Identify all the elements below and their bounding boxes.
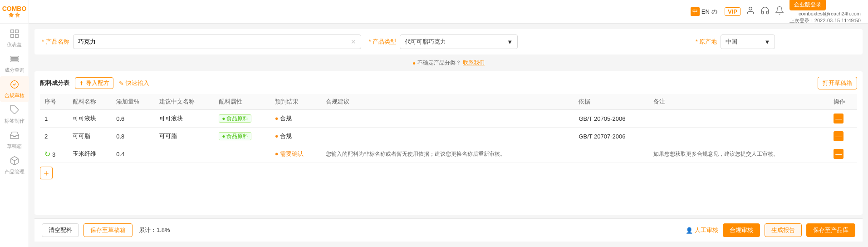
cell-note <box>649 110 829 128</box>
cell-seq: 1 <box>40 110 68 128</box>
product-name-group: 产品名称 ✕ <box>42 35 361 49</box>
col-amount: 添加量% <box>112 94 155 110</box>
col-note: 备注 <box>649 94 829 110</box>
open-draft-btn[interactable]: 打开草稿箱 <box>818 77 857 89</box>
cell-advice: 您输入的配料为非标名称或者暂无使用依据；建议您更换名称后重新审核。 <box>321 145 574 163</box>
enterprise-btn[interactable]: 企业版登录 <box>790 0 826 10</box>
delete-row-btn[interactable]: — <box>834 131 843 141</box>
logo-top: COMBO <box>2 5 27 13</box>
property-badge: ●食品原料 <box>219 114 251 123</box>
sidebar-item-label: 仪表盘 <box>7 41 22 48</box>
logo: COMBO 食 合 <box>0 0 29 24</box>
origin-value: 中国 <box>726 38 737 46</box>
clear-product-name-icon[interactable]: ✕ <box>351 38 356 45</box>
cell-result: ● 需要确认 <box>270 145 321 163</box>
origin-select[interactable]: 中国 ▼ <box>721 35 775 49</box>
cell-suggested: 可可液块 <box>155 110 214 128</box>
sidebar-item-draft[interactable]: 草稿箱 <box>0 127 29 153</box>
headset-icon[interactable] <box>760 6 770 17</box>
manual-review-btn[interactable]: 👤 人工审核 <box>686 226 718 234</box>
dot-icon: ● <box>412 60 416 66</box>
bell-icon[interactable] <box>775 6 784 17</box>
cell-basis: GB/T 20705-2006 <box>574 110 649 128</box>
sidebar-item-dashboard[interactable]: 仪表盘 <box>0 25 29 51</box>
svg-rect-5 <box>10 58 18 59</box>
cell-seq: ↻3 <box>40 145 68 163</box>
generate-report-btn[interactable]: 生成报告 <box>765 223 802 237</box>
cell-note: 如果您想获取更多合规意见，建议您提交人工审核。 <box>649 145 829 163</box>
lang-zh[interactable]: 中 <box>691 7 700 16</box>
grid-icon <box>10 29 20 40</box>
sidebar-item-products[interactable]: 产品管理 <box>0 153 29 178</box>
topbar-right: VIP <box>725 0 861 24</box>
product-name-input[interactable] <box>78 39 351 45</box>
uncertain-text: 不确定产品分类？ <box>417 59 461 67</box>
clear-ingredients-btn[interactable]: 清空配料 <box>42 223 79 237</box>
sidebar-item-label: 合规审核 <box>5 92 25 99</box>
list-icon <box>10 54 20 65</box>
cell-suggested <box>155 145 214 163</box>
sidebar-item-ingredients[interactable]: 成分查询 <box>0 51 29 76</box>
product-type-select[interactable]: 代可可脂巧克力 ▼ <box>400 35 518 49</box>
table-row: ↻3玉米纤维0.4● 需要确认您输入的配料为非标名称或者暂无使用依据；建议您更换… <box>40 145 857 163</box>
footer-bar: 清空配料 保存至草稿箱 累计：1.8% 👤 人工审核 合规审核 生成报告 保存至… <box>34 218 863 242</box>
user-info: 企业版登录 comboxtest@reach24h.com 上次登录：2022-… <box>790 0 861 24</box>
col-suggested: 建议中文名称 <box>155 94 214 110</box>
cell-name: 可可液块 <box>68 110 112 128</box>
logo-bottom: 食 合 <box>2 12 27 18</box>
check-icon <box>10 79 20 90</box>
cell-note <box>649 128 829 145</box>
product-type-value: 代可可脂巧克力 <box>405 38 446 46</box>
cell-amount: 0.4 <box>112 145 155 163</box>
cell-action: — <box>829 128 857 145</box>
delete-row-btn[interactable]: — <box>834 149 843 159</box>
save-product-btn[interactable]: 保存至产品库 <box>806 223 855 237</box>
cell-seq: 2 <box>40 128 68 145</box>
import-formula-btn[interactable]: ⬆ 导入配方 <box>75 77 113 89</box>
cell-name: 可可脂 <box>68 128 112 145</box>
toolbar-left: 配料成分表 ⬆ 导入配方 ✎ 快速输入 <box>40 77 149 89</box>
table-row: 1可可液块0.6可可液块●食品原料●合规GB/T 20705-2006 — <box>40 110 857 128</box>
uncertain-notice: ● 不确定产品分类？ 联系我们 <box>34 58 863 68</box>
vip-badge: VIP <box>725 7 740 16</box>
quick-input-btn[interactable]: ✎ 快速输入 <box>119 79 149 87</box>
save-draft-btn[interactable]: 保存至草稿箱 <box>83 223 132 237</box>
result-compliant: ●合规 <box>275 115 292 122</box>
lang-en[interactable]: EN <box>701 8 710 15</box>
import-icon: ⬆ <box>79 80 84 87</box>
search-bar: 产品名称 ✕ 产品类型 代可可脂巧克力 ▼ 原产地 <box>34 29 863 54</box>
svg-rect-2 <box>10 34 13 37</box>
sidebar-item-label-maker[interactable]: 标签制作 <box>0 102 29 127</box>
cell-amount: 0.6 <box>112 110 155 128</box>
main-area: 中 EN の VIP <box>29 0 868 247</box>
origin-label: 原产地 <box>696 38 717 46</box>
cell-amount: 0.8 <box>112 128 155 145</box>
lang-jp[interactable]: の <box>711 8 717 16</box>
svg-rect-4 <box>10 56 18 57</box>
contact-us-link[interactable]: 联系我们 <box>463 59 485 67</box>
sidebar-item-label: 草稿箱 <box>7 143 22 150</box>
table-row: 2可可脂0.8可可脂●食品原料●合规GB/T 20707-2006 — <box>40 128 857 145</box>
sidebar-item-compliance[interactable]: 合规审核 <box>0 76 29 102</box>
language-switcher[interactable]: 中 EN の <box>691 7 717 16</box>
sidebar-item-label: 产品管理 <box>5 168 25 175</box>
cell-property <box>214 145 270 163</box>
delete-row-btn[interactable]: — <box>834 114 843 124</box>
svg-point-9 <box>749 7 752 10</box>
table-card: 配料成分表 ⬆ 导入配方 ✎ 快速输入 打开草稿箱 <box>34 71 863 215</box>
refresh-icon[interactable]: ↻ <box>44 150 50 158</box>
col-advice: 合规建议 <box>321 94 574 110</box>
chevron-down-icon: ▼ <box>507 39 513 45</box>
box-icon <box>10 156 20 167</box>
cell-result: ●合规 <box>270 128 321 145</box>
import-label: 导入配方 <box>86 79 109 87</box>
cell-property: ●食品原料 <box>214 110 270 128</box>
product-name-input-wrapper[interactable]: ✕ <box>73 35 362 49</box>
cell-basis <box>574 145 649 163</box>
add-row-btn[interactable]: ＋ <box>40 167 53 179</box>
col-name: 配料名称 <box>68 94 112 110</box>
compliance-review-btn[interactable]: 合规审核 <box>723 223 760 237</box>
col-seq: 序号 <box>40 94 68 110</box>
profile-icon[interactable] <box>746 6 755 17</box>
svg-rect-1 <box>15 30 18 32</box>
